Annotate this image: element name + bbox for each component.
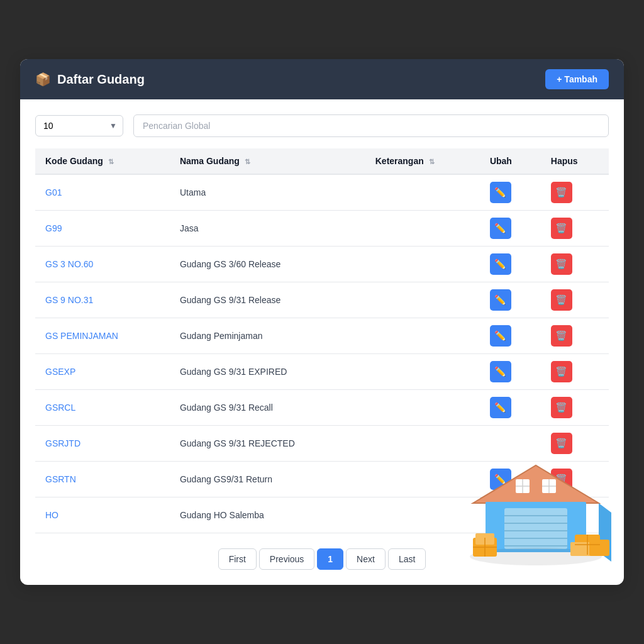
kode-link[interactable]: GS 3 NO.60 bbox=[45, 259, 93, 269]
kode-link[interactable]: G01 bbox=[45, 187, 62, 197]
first-button[interactable]: First bbox=[218, 548, 257, 570]
page-title-text: Daftar Gudang bbox=[57, 72, 145, 87]
ubah-cell: ✏️ bbox=[480, 174, 541, 211]
kode-link[interactable]: G99 bbox=[45, 223, 62, 233]
keterangan-cell bbox=[365, 247, 480, 282]
hapus-cell: 🗑️ bbox=[541, 390, 609, 426]
col-nama-gudang: Nama Gudang ⇅ bbox=[170, 148, 365, 174]
previous-button[interactable]: Previous bbox=[259, 548, 314, 570]
hapus-cell: 🗑️ bbox=[541, 211, 609, 247]
delete-button[interactable]: 🗑️ bbox=[551, 397, 572, 418]
delete-button[interactable]: 🗑️ bbox=[551, 218, 572, 239]
delete-button[interactable]: 🗑️ bbox=[551, 504, 572, 526]
hapus-cell: 🗑️ bbox=[541, 426, 609, 462]
kode-cell: G99 bbox=[35, 211, 170, 247]
card-body: 10 25 50 100 ▼ Kode Gudang ⇅ Nama Gudang bbox=[20, 99, 624, 585]
ubah-cell: ✏️ bbox=[480, 318, 541, 354]
keterangan-cell bbox=[365, 497, 480, 533]
table-row: HO Gudang HO Salemba ✏️ 🗑️ bbox=[35, 497, 609, 533]
sort-icon-ket[interactable]: ⇅ bbox=[429, 158, 435, 165]
kode-cell: HO bbox=[35, 497, 170, 533]
table-row: GSRTN Gudang GS9/31 Return ✏️ 🗑️ bbox=[35, 462, 609, 497]
table-row: GSRJTD Gudang GS 9/31 REJECTED 🗑️ bbox=[35, 426, 609, 462]
delete-button[interactable]: 🗑️ bbox=[551, 469, 572, 490]
ubah-cell: ✏️ bbox=[480, 497, 541, 533]
ubah-cell: ✏️ bbox=[480, 247, 541, 282]
kode-cell: GSRCL bbox=[35, 390, 170, 426]
ubah-cell bbox=[480, 426, 541, 462]
nama-cell: Gudang GS 3/60 Release bbox=[170, 247, 365, 282]
kode-link[interactable]: GSRJTD bbox=[45, 438, 80, 448]
toolbar: 10 25 50 100 ▼ bbox=[35, 114, 609, 137]
keterangan-cell bbox=[365, 426, 480, 462]
delete-button[interactable]: 🗑️ bbox=[551, 325, 572, 347]
add-button[interactable]: + Tambah bbox=[545, 69, 609, 89]
edit-button[interactable]: ✏️ bbox=[490, 469, 511, 490]
kode-cell: GSEXP bbox=[35, 354, 170, 390]
ubah-cell: ✏️ bbox=[480, 354, 541, 390]
nama-cell: Gudang GS 9/31 Recall bbox=[170, 390, 365, 426]
edit-button[interactable]: ✏️ bbox=[490, 218, 511, 239]
table-row: G99 Jasa ✏️ 🗑️ bbox=[35, 211, 609, 247]
edit-button[interactable]: ✏️ bbox=[490, 182, 511, 203]
keterangan-cell bbox=[365, 354, 480, 390]
last-button[interactable]: Last bbox=[388, 548, 426, 570]
sort-icon-nama[interactable]: ⇅ bbox=[245, 158, 250, 165]
table-row: GS PEMINJAMAN Gudang Peminjaman ✏️ 🗑️ bbox=[35, 318, 609, 354]
pagination: First Previous 1 Next Last bbox=[35, 548, 609, 570]
kode-link[interactable]: GSRTN bbox=[45, 474, 76, 484]
nama-cell: Jasa bbox=[170, 211, 365, 247]
kode-link[interactable]: GS PEMINJAMAN bbox=[45, 331, 118, 341]
kode-cell: GS PEMINJAMAN bbox=[35, 318, 170, 354]
ubah-cell: ✏️ bbox=[480, 462, 541, 497]
keterangan-cell bbox=[365, 462, 480, 497]
kode-cell: GSRJTD bbox=[35, 426, 170, 462]
kode-cell: GS 9 NO.31 bbox=[35, 282, 170, 318]
edit-button[interactable]: ✏️ bbox=[490, 289, 511, 311]
page-1-button[interactable]: 1 bbox=[317, 548, 343, 570]
rows-per-page-select[interactable]: 10 25 50 100 bbox=[35, 115, 123, 136]
nama-cell: Gudang Peminjaman bbox=[170, 318, 365, 354]
kode-link[interactable]: GS 9 NO.31 bbox=[45, 295, 93, 305]
nama-cell: Gudang GS 9/31 Release bbox=[170, 282, 365, 318]
svg-rect-17 bbox=[475, 533, 494, 545]
col-keterangan: Keterangan ⇅ bbox=[365, 148, 480, 174]
nama-cell: Gudang GS 9/31 REJECTED bbox=[170, 426, 365, 462]
kode-link[interactable]: HO bbox=[45, 510, 58, 520]
delete-button[interactable]: 🗑️ bbox=[551, 361, 572, 382]
sort-icon-kode[interactable]: ⇅ bbox=[108, 158, 114, 165]
table-header-row: Kode Gudang ⇅ Nama Gudang ⇅ Keterangan ⇅… bbox=[35, 148, 609, 174]
next-button[interactable]: Next bbox=[346, 548, 386, 570]
keterangan-cell bbox=[365, 282, 480, 318]
rows-per-page-wrapper: 10 25 50 100 ▼ bbox=[35, 115, 123, 136]
search-input[interactable] bbox=[133, 114, 609, 137]
ubah-cell: ✏️ bbox=[480, 211, 541, 247]
hapus-cell: 🗑️ bbox=[541, 318, 609, 354]
delete-button[interactable]: 🗑️ bbox=[551, 253, 572, 275]
table-row: GSRCL Gudang GS 9/31 Recall ✏️ 🗑️ bbox=[35, 390, 609, 426]
kode-cell: GSRTN bbox=[35, 462, 170, 497]
table-row: GS 9 NO.31 Gudang GS 9/31 Release ✏️ 🗑️ bbox=[35, 282, 609, 318]
kode-cell: G01 bbox=[35, 174, 170, 211]
table-row: GS 3 NO.60 Gudang GS 3/60 Release ✏️ 🗑️ bbox=[35, 247, 609, 282]
keterangan-cell bbox=[365, 211, 480, 247]
ubah-cell: ✏️ bbox=[480, 282, 541, 318]
hapus-cell: 🗑️ bbox=[541, 282, 609, 318]
hapus-cell: 🗑️ bbox=[541, 174, 609, 211]
page-title: 📦 Daftar Gudang bbox=[35, 72, 145, 87]
kode-link[interactable]: GSEXP bbox=[45, 367, 75, 377]
keterangan-cell bbox=[365, 390, 480, 426]
edit-button[interactable]: ✏️ bbox=[490, 397, 511, 418]
delete-button[interactable]: 🗑️ bbox=[551, 433, 572, 454]
edit-button[interactable]: ✏️ bbox=[490, 504, 511, 526]
kode-link[interactable]: GSRCL bbox=[45, 402, 75, 413]
edit-button[interactable]: ✏️ bbox=[490, 361, 511, 382]
hapus-cell: 🗑️ bbox=[541, 497, 609, 533]
edit-button[interactable]: ✏️ bbox=[490, 253, 511, 275]
delete-button[interactable]: 🗑️ bbox=[551, 289, 572, 311]
delete-button[interactable]: 🗑️ bbox=[551, 182, 572, 203]
col-kode-gudang: Kode Gudang ⇅ bbox=[35, 148, 170, 174]
hapus-cell: 🗑️ bbox=[541, 247, 609, 282]
nama-cell: Gudang HO Salemba bbox=[170, 497, 365, 533]
edit-button[interactable]: ✏️ bbox=[490, 325, 511, 347]
